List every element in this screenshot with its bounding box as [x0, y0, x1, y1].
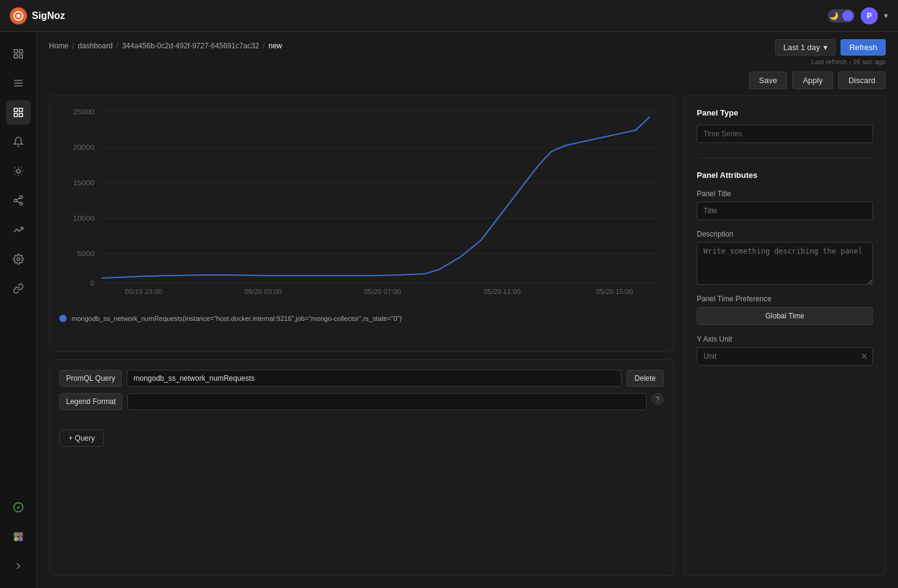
help-icon[interactable]: ? [651, 393, 664, 405]
legend-text: mongodb_ss_network_numRequests{instance=… [72, 315, 402, 322]
chart-svg: 25000 20000 15000 10000 5000 0 05/19 23:… [59, 106, 664, 295]
svg-text:05/20 03:00: 05/20 03:00 [245, 288, 282, 295]
svg-text:20000: 20000 [73, 144, 95, 152]
panel-type-title: Panel Type [697, 108, 873, 117]
svg-rect-3 [14, 50, 17, 53]
query-section: PromQL Query Delete Legend Format ? + Qu… [49, 359, 674, 576]
chart-area: 25000 20000 15000 10000 5000 0 05/19 23:… [59, 106, 664, 307]
breadcrumb-dashboard[interactable]: dashboard [78, 42, 113, 50]
workspace: 25000 20000 15000 10000 5000 0 05/19 23:… [37, 95, 898, 588]
unit-field-wrapper: ✕ [697, 347, 873, 366]
sidebar-item-integrations[interactable] [6, 276, 31, 301]
sidebar-item-alerts[interactable] [6, 130, 31, 154]
svg-point-2 [17, 14, 20, 18]
svg-text:05/20 07:00: 05/20 07:00 [364, 288, 401, 295]
query-row: PromQL Query Delete [59, 370, 664, 387]
breadcrumb-id[interactable]: 344a456b-0c2d-492f-9727-645691c7ac32 [122, 42, 259, 50]
svg-line-14 [17, 201, 20, 203]
unit-input[interactable] [697, 347, 873, 366]
svg-rect-5 [14, 55, 17, 58]
time-range-button[interactable]: Last 1 day ▾ [775, 39, 836, 56]
theme-toggle[interactable]: 🌙 [828, 9, 855, 23]
description-label: Description [697, 230, 873, 238]
svg-point-12 [14, 199, 17, 202]
sidebar-item-expand[interactable] [6, 554, 31, 578]
svg-text:25000: 25000 [73, 108, 95, 116]
sidebar-item-list[interactable] [6, 71, 31, 95]
chart-container: 25000 20000 15000 10000 5000 0 05/19 23:… [49, 95, 674, 352]
legend-input[interactable] [127, 393, 647, 410]
sidebar-bottom [6, 495, 31, 578]
discard-button[interactable]: Discard [838, 72, 886, 89]
panel-type-select[interactable]: Time Series [697, 125, 873, 143]
delete-button[interactable]: Delete [626, 370, 664, 387]
promql-input[interactable] [127, 370, 622, 387]
breadcrumb-home[interactable]: Home [49, 42, 69, 50]
main-layout: Home / dashboard / 344a456b-0c2d-492f-97… [0, 32, 898, 588]
chart-section: 25000 20000 15000 10000 5000 0 05/19 23:… [49, 95, 674, 576]
topbar-right: Last 1 day ▾ Refresh Last refresh - 16 s… [775, 39, 886, 65]
right-panel: Panel Type Time Series Panel Attributes … [684, 95, 886, 576]
sidebar-item-settings[interactable] [6, 247, 31, 271]
description-textarea[interactable] [697, 242, 873, 285]
legend-label: Legend Format [59, 393, 122, 410]
panel-title-label: Panel Title [697, 189, 873, 198]
sidebar-item-graph[interactable] [6, 188, 31, 213]
action-bar: Save Apply Discard [37, 65, 898, 95]
svg-rect-18 [14, 532, 18, 536]
svg-rect-19 [18, 532, 22, 536]
titlebar-left: SigNoz [10, 7, 65, 24]
app-name: SigNoz [32, 10, 65, 21]
svg-point-10 [17, 169, 20, 173]
unit-clear-icon[interactable]: ✕ [861, 351, 868, 361]
svg-point-13 [20, 202, 23, 205]
chevron-down-icon[interactable]: ▾ [884, 11, 888, 20]
breadcrumb-sep1: / [72, 42, 74, 50]
global-time-button[interactable]: Global Time [697, 307, 873, 325]
svg-point-16 [17, 258, 20, 261]
sidebar-item-metrics[interactable] [6, 42, 31, 66]
apply-button[interactable]: Apply [792, 72, 833, 89]
last-refresh-text: Last refresh - 16 sec ago [811, 58, 886, 65]
time-range-label: Last 1 day [783, 43, 820, 52]
svg-rect-4 [19, 50, 22, 53]
refresh-button[interactable]: Refresh [840, 39, 886, 56]
panel-attrs-title: Panel Attributes [697, 171, 873, 180]
breadcrumb-sep3: / [263, 42, 265, 50]
svg-rect-20 [14, 537, 18, 541]
promql-label: PromQL Query [59, 370, 122, 387]
breadcrumb: Home / dashboard / 344a456b-0c2d-492f-97… [49, 39, 282, 50]
time-pref-label: Panel Time Preference [697, 295, 873, 303]
svg-rect-6 [19, 55, 22, 58]
content: Home / dashboard / 344a456b-0c2d-492f-97… [37, 32, 898, 588]
titlebar: SigNoz 🌙 P ▾ [0, 0, 898, 32]
add-query-button[interactable]: + Query [59, 430, 104, 447]
sidebar-item-bugs[interactable] [6, 159, 31, 183]
signoz-logo-icon [10, 7, 27, 24]
topbar: Home / dashboard / 344a456b-0c2d-492f-97… [37, 32, 898, 65]
save-button[interactable]: Save [749, 72, 788, 89]
svg-text:0: 0 [90, 279, 94, 287]
svg-rect-21 [18, 537, 22, 541]
chart-legend: mongodb_ss_network_numRequests{instance=… [59, 315, 664, 322]
sidebar-item-dashboard[interactable] [6, 100, 31, 125]
svg-point-11 [20, 196, 23, 199]
user-avatar[interactable]: P [861, 7, 878, 24]
svg-text:10000: 10000 [73, 215, 95, 222]
svg-text:15000: 15000 [73, 179, 95, 187]
time-range-chevron-icon: ▾ [823, 43, 828, 52]
svg-text:05/19 23:00: 05/19 23:00 [125, 288, 163, 295]
svg-text:05/20 11:00: 05/20 11:00 [483, 288, 521, 295]
y-axis-label: Y Axis Unit [697, 335, 873, 344]
panel-attrs-divider [697, 158, 873, 158]
panel-title-input[interactable] [697, 202, 873, 220]
svg-text:05/20 15:00: 05/20 15:00 [596, 288, 633, 295]
sidebar-item-check[interactable] [6, 495, 31, 520]
sidebar [0, 32, 37, 588]
topbar-controls: Last 1 day ▾ Refresh [775, 39, 886, 56]
breadcrumb-current: new [269, 42, 282, 50]
theme-toggle-knob [842, 10, 853, 21]
svg-line-15 [17, 198, 20, 200]
sidebar-item-slack[interactable] [6, 524, 31, 549]
sidebar-item-trends[interactable] [6, 218, 31, 242]
